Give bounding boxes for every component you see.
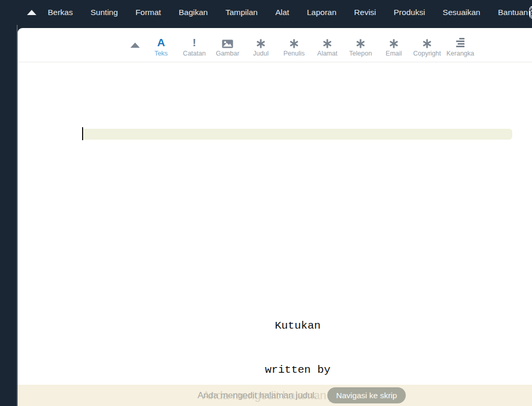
menu-item-produksi[interactable]: Produksi: [393, 6, 426, 19]
toolbar-item-copyright[interactable]: Copyright: [410, 33, 444, 57]
toolbar-item-label: Alamat: [317, 50, 338, 57]
toolbar-item-label: Penulis: [284, 50, 305, 57]
toolbar-item-label: Telepon: [349, 50, 372, 57]
toolbar-item-label: Email: [385, 50, 402, 57]
menu-item-alat[interactable]: Alat: [274, 6, 290, 19]
toolbar-item-penulis[interactable]: Penulis: [277, 33, 311, 57]
left-rail: [0, 25, 18, 406]
toolbar-item-label: Kerangka: [446, 50, 474, 57]
menu-item-sesuaikan[interactable]: Sesuaikan: [442, 6, 481, 19]
menu-item-tampilan[interactable]: Tampilan: [224, 6, 259, 19]
menu-item-sunting[interactable]: Sunting: [89, 6, 119, 19]
title-page-editor[interactable]: Kutukan written by: [18, 62, 532, 406]
status-bar: Anda mengedit halaman judul. Anda menged…: [18, 385, 532, 406]
body-row: A Teks ! Catatan Gambar: [0, 25, 532, 406]
active-line-highlight[interactable]: [83, 129, 512, 140]
toolbar-item-label: Gambar: [216, 50, 239, 57]
menu-bar: Berkas Sunting Format Bagikan Tampilan A…: [0, 0, 532, 25]
menu-item-berkas[interactable]: Berkas: [47, 6, 74, 19]
menu-items: Berkas Sunting Format Bagikan Tampilan A…: [47, 6, 529, 19]
asterisk-icon: [356, 36, 365, 48]
outline-icon: [456, 36, 464, 48]
menu-item-format[interactable]: Format: [135, 6, 162, 19]
toolbar-item-kerangka[interactable]: Kerangka: [444, 33, 477, 57]
collapse-toolbar-button[interactable]: [126, 28, 144, 62]
toolbar-item-label: Copyright: [413, 50, 441, 57]
triangle-up-icon: [27, 10, 36, 15]
asterisk-icon: [323, 36, 332, 48]
asterisk-icon: [422, 36, 432, 48]
asterisk-icon: [389, 36, 398, 48]
menu-item-laporan[interactable]: Laporan: [306, 6, 338, 19]
triangle-up-icon: [130, 43, 140, 48]
toolbar-item-gambar[interactable]: Gambar: [211, 33, 244, 57]
toolbar-item-telepon[interactable]: Telepon: [344, 33, 377, 57]
scrollbar-edge: [530, 7, 531, 19]
collapse-menubar-button[interactable]: [27, 10, 36, 15]
content-column: A Teks ! Catatan Gambar: [18, 25, 532, 406]
text-icon: A: [157, 36, 165, 48]
toolbar-item-label: Teks: [154, 50, 168, 57]
menu-item-revisi[interactable]: Revisi: [353, 6, 377, 19]
menu-item-bagikan[interactable]: Bagikan: [178, 6, 209, 19]
menu-item-bantuan[interactable]: Bantuan: [497, 6, 529, 19]
navigate-to-script-button[interactable]: Navigasi ke skrip: [327, 387, 406, 403]
toolbar-item-label: Judul: [253, 50, 269, 57]
screenwriting-app: Berkas Sunting Format Bagikan Tampilan A…: [0, 0, 532, 406]
toolbar-item-judul[interactable]: Judul: [244, 33, 277, 57]
toolbar-item-alamat[interactable]: Alamat: [311, 33, 344, 57]
toolbar-item-label: Catatan: [183, 50, 206, 57]
exclamation-icon: !: [193, 36, 196, 48]
script-byline[interactable]: written by: [83, 364, 512, 376]
toolbar-item-catatan[interactable]: ! Catatan: [178, 33, 211, 57]
asterisk-icon: [256, 36, 265, 48]
script-title[interactable]: Kutukan: [83, 320, 512, 332]
image-icon: [222, 36, 233, 48]
status-message: Anda mengedit halaman judul.: [197, 385, 317, 406]
element-toolbar: A Teks ! Catatan Gambar: [18, 28, 532, 62]
toolbar-item-teks[interactable]: A Teks: [144, 33, 178, 57]
toolbar-item-email[interactable]: Email: [377, 33, 410, 57]
asterisk-icon: [289, 36, 299, 48]
